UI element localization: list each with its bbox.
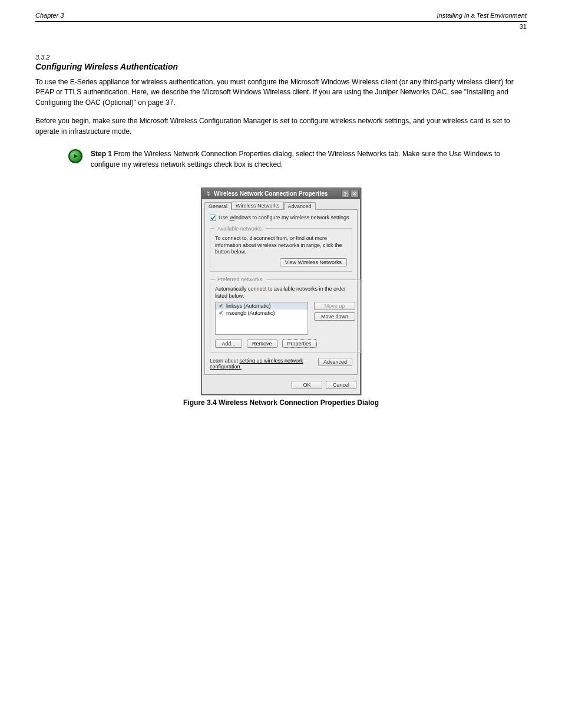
tab-wireless-networks[interactable]: Wireless Networks — [232, 202, 284, 209]
preferred-networks-list[interactable]: ⊀ linksys (Automatic) ⊀ nscengb (Automat… — [215, 302, 308, 335]
use-windows-label: Use Windows to configure my wireless net… — [219, 215, 349, 220]
tab-panel: Use Windows to configure my wireless net… — [204, 209, 358, 375]
available-legend: Available networks: — [215, 226, 265, 232]
remove-button[interactable]: Remove — [247, 340, 277, 348]
figure: ↯ Wireless Network Connection Properties… — [35, 187, 527, 407]
body-paragraph-1: To use the E-Series appliance for wirele… — [35, 77, 527, 108]
cancel-button[interactable]: Cancel — [326, 381, 356, 389]
move-up-button[interactable]: Move up — [314, 302, 355, 310]
help-button[interactable]: ? — [341, 190, 349, 197]
dialog-window: ↯ Wireless Network Connection Properties… — [201, 187, 361, 395]
network-icon: ⊀ — [218, 303, 224, 309]
available-networks-group: Available networks: To connect to, disco… — [210, 226, 352, 272]
tab-advanced[interactable]: Advanced — [284, 202, 316, 210]
step-text: From the Wireless Network Connection Pro… — [91, 150, 500, 169]
section-number: 3.3.2 — [35, 54, 527, 61]
add-button[interactable]: Add... — [215, 340, 242, 348]
preferred-text: Automatically connect to available netwo… — [215, 286, 355, 299]
list-item[interactable]: ⊀ linksys (Automatic) — [216, 302, 308, 309]
list-item-label: linksys (Automatic) — [226, 303, 271, 309]
header-left: Chapter 3 — [35, 12, 64, 19]
preferred-legend: Preferred networks: — [215, 276, 266, 282]
move-down-button[interactable]: Move down — [314, 312, 355, 321]
ok-button[interactable]: OK — [292, 381, 322, 389]
list-item[interactable]: ⊀ nscengb (Automatic) — [216, 309, 308, 317]
network-icon: ⊀ — [218, 310, 224, 316]
play-icon — [68, 149, 82, 163]
tab-strip: General Wireless Networks Advanced — [202, 199, 360, 209]
available-text: To connect to, disconnect from, or find … — [215, 235, 347, 256]
view-wireless-networks-button[interactable]: View Wireless Networks — [280, 258, 347, 266]
preferred-networks-group: Preferred networks: Automatically connec… — [210, 276, 361, 353]
learn-text: Learn about setting up wireless network … — [210, 358, 304, 370]
advanced-button[interactable]: Advanced — [318, 358, 352, 366]
titlebar-app-icon: ↯ — [204, 190, 211, 197]
svg-marker-0 — [74, 154, 78, 159]
section-title: Configuring Wireless Authentication — [35, 62, 527, 71]
properties-button[interactable]: Properties — [282, 340, 317, 348]
titlebar: ↯ Wireless Network Connection Properties… — [202, 189, 360, 199]
list-item-label: nscengb (Automatic) — [226, 310, 275, 316]
use-windows-checkbox[interactable] — [210, 215, 216, 221]
step-1: Step 1 From the Wireless Network Connect… — [68, 149, 527, 170]
step-label: Step 1 — [91, 150, 114, 158]
titlebar-title: Wireless Network Connection Properties — [214, 190, 340, 197]
close-button[interactable]: ✕ — [351, 190, 359, 197]
doc-header: Chapter 3 Installing in a Test Environme… — [35, 12, 527, 22]
figure-caption: Figure 3.4 Wireless Network Connection P… — [35, 398, 527, 407]
page-number: 31 — [35, 23, 527, 30]
tab-general[interactable]: General — [204, 202, 232, 210]
body-paragraph-2: Before you begin, make sure the Microsof… — [35, 116, 527, 137]
header-right: Installing in a Test Environment — [437, 12, 527, 19]
